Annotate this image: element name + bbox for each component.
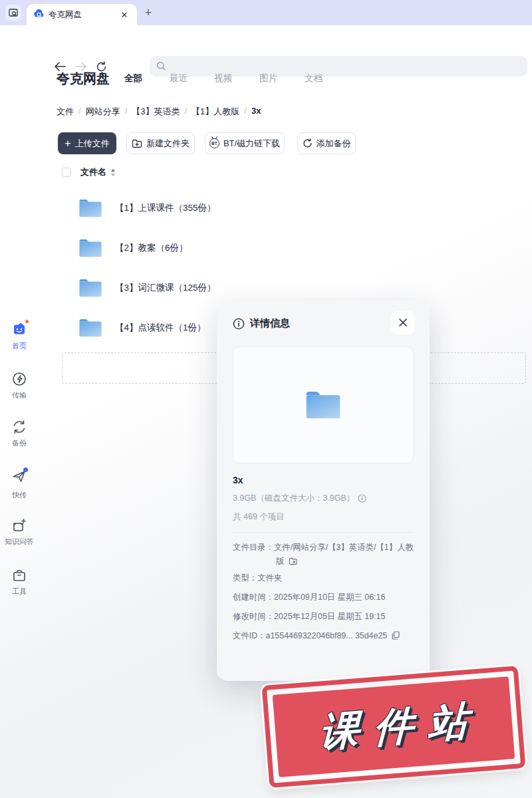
detail-panel: 详情信息 3x 3.9GB（磁盘文件大小：3.9GB） 共 469 个项目 [217, 300, 430, 681]
new-folder-icon [132, 139, 142, 148]
bt-label: BT/磁力链下载 [223, 138, 280, 150]
tab-doc[interactable]: 文档 [305, 72, 323, 84]
table-row[interactable]: 【3】词汇微课（125份） [76, 276, 216, 300]
sidebar-item-tools[interactable]: 工具 [0, 567, 39, 597]
breadcrumb-separator: / [125, 106, 128, 118]
copy-icon[interactable] [392, 631, 400, 640]
divider [233, 532, 414, 533]
add-backup-label: 添加备份 [317, 138, 351, 150]
breadcrumb-current: 3x [251, 106, 261, 118]
filename-column-header: 文件名 [80, 166, 106, 178]
detail-file-name: 3x [233, 475, 243, 485]
table-row[interactable]: 【1】上课课件（355份） [76, 196, 216, 220]
sidebar-item-knowledge[interactable]: 知识问答 [0, 517, 39, 547]
transfer-icon [11, 371, 27, 387]
detail-label: 创建时间： [233, 593, 274, 602]
table-row[interactable]: 【4】点读软件（1份） [76, 316, 206, 340]
breadcrumb-item[interactable]: 文件 [57, 106, 74, 118]
watermark-stamp: 课件站 [262, 666, 526, 788]
info-icon[interactable] [358, 494, 366, 503]
detail-items-line: 共 469 个项目 [233, 511, 285, 523]
folder-icon [76, 276, 104, 300]
sidebar-item-label: 工具 [12, 587, 27, 597]
detail-row-type: 类型：文件夹 [233, 571, 416, 585]
detail-label: 文件目录： [233, 543, 274, 552]
detail-size-text: 3.9GB（磁盘文件大小：3.9GB） [233, 493, 354, 504]
sidebar-item-home[interactable]: 首页 [0, 321, 39, 351]
folder-name: 【2】教案（6份） [115, 242, 188, 254]
sidebar-item-label: 备份 [12, 438, 27, 448]
breadcrumb-separator: / [78, 106, 81, 118]
stamp-text: 课件站 [304, 693, 483, 761]
breadcrumb-item[interactable]: 【3】英语类 [132, 106, 180, 118]
detail-value: 2025年09月10日 星期三 06:16 [274, 593, 385, 602]
detail-close-button[interactable] [391, 311, 415, 334]
browser-toolbar [0, 25, 532, 56]
detail-value: a1554469322046bf89... 35d4e25 [266, 631, 388, 640]
breadcrumb: 文件 / 网站分享 / 【3】英语类 / 【1】人教版 / 3x [57, 106, 261, 118]
table-row[interactable]: 【2】教案（6份） [76, 236, 188, 260]
quick-transfer-icon [11, 468, 27, 487]
upload-file-label: 上传文件 [75, 138, 110, 150]
quark-drive-window: 夸克网盘 ✕ + 首 [0, 0, 532, 798]
folder-name: 【1】上课课件（355份） [115, 202, 216, 214]
home-badge-dot [25, 319, 29, 324]
sidebar-item-label: 快传 [12, 490, 27, 500]
open-location-icon[interactable] [289, 557, 297, 565]
sidebar-item-label: 知识问答 [5, 537, 34, 547]
detail-row-file-id: 文件ID：a1554469322046bf89... 35d4e25 [233, 629, 416, 643]
breadcrumb-item[interactable]: 【1】人教版 [192, 106, 239, 118]
detail-preview-box [233, 346, 414, 464]
tab-search-button[interactable] [5, 5, 21, 21]
select-all-checkbox[interactable] [62, 168, 71, 177]
tab-image[interactable]: 图片 [259, 72, 277, 84]
quark-logo-icon [33, 9, 44, 20]
tab-title: 夸克网盘 [49, 9, 114, 21]
folder-icon [302, 387, 344, 423]
tab-all[interactable]: 全部 [124, 72, 142, 84]
upload-file-button[interactable]: + 上传文件 [58, 132, 116, 154]
home-icon [11, 321, 28, 338]
new-folder-label: 新建文件夹 [146, 138, 190, 150]
info-icon [233, 318, 245, 330]
detail-row-directory: 文件目录：文件/网站分享/【3】英语类/【1】人教版 [233, 541, 416, 569]
sidebar-item-label: 传输 [12, 390, 27, 400]
add-backup-button[interactable]: 添加备份 [297, 132, 356, 154]
detail-row-created: 创建时间：2025年09月10日 星期三 06:16 [233, 591, 416, 604]
detail-panel-header: 详情信息 [233, 317, 290, 330]
breadcrumb-item[interactable]: 网站分享 [86, 106, 120, 118]
file-list-header: 文件名 [62, 166, 116, 178]
new-folder-button[interactable]: 新建文件夹 [126, 132, 195, 154]
folder-icon [76, 316, 104, 340]
sidebar-item-transfer[interactable]: 传输 [0, 371, 39, 400]
sidebar-item-backup[interactable]: 备份 [0, 419, 39, 448]
browser-tab-quark[interactable]: 夸克网盘 ✕ [27, 4, 137, 25]
window-search-icon [9, 8, 18, 17]
new-tab-button[interactable]: + [141, 5, 156, 20]
close-icon [398, 318, 408, 327]
tab-recent[interactable]: 最近 [170, 72, 188, 84]
stamp-inner: 课件站 [273, 676, 515, 777]
knowledge-box-icon [11, 517, 27, 533]
search-icon [156, 61, 166, 71]
detail-row-modified: 修改时间：2025年12月05日 星期五 19:15 [233, 610, 416, 624]
quick-transfer-badge-dot [23, 467, 28, 472]
folder-name: 【3】词汇微课（125份） [115, 282, 216, 294]
detail-value: 2025年12月05日 星期五 19:15 [274, 612, 385, 621]
detail-size-line: 3.9GB（磁盘文件大小：3.9GB） [233, 493, 366, 504]
sort-icon[interactable] [110, 169, 116, 176]
tab-close-icon[interactable]: ✕ [118, 9, 130, 21]
detail-value: 文件夹 [257, 573, 282, 583]
tab-video[interactable]: 视频 [214, 72, 232, 84]
plus-icon: + [65, 138, 70, 150]
breadcrumb-separator: / [244, 106, 247, 118]
browser-tab-strip: 夸克网盘 ✕ + [0, 0, 532, 25]
bt-icon: BT [209, 138, 219, 148]
folder-icon [76, 236, 104, 260]
search-input[interactable] [150, 56, 527, 76]
bt-magnet-download-button[interactable]: BT BT/磁力链下载 [205, 132, 285, 154]
detail-label: 修改时间： [233, 612, 274, 621]
page-title: 夸克网盘 [57, 70, 110, 88]
detail-label: 类型： [233, 573, 257, 583]
sidebar-item-quick-transfer[interactable]: 快传 [0, 468, 39, 500]
